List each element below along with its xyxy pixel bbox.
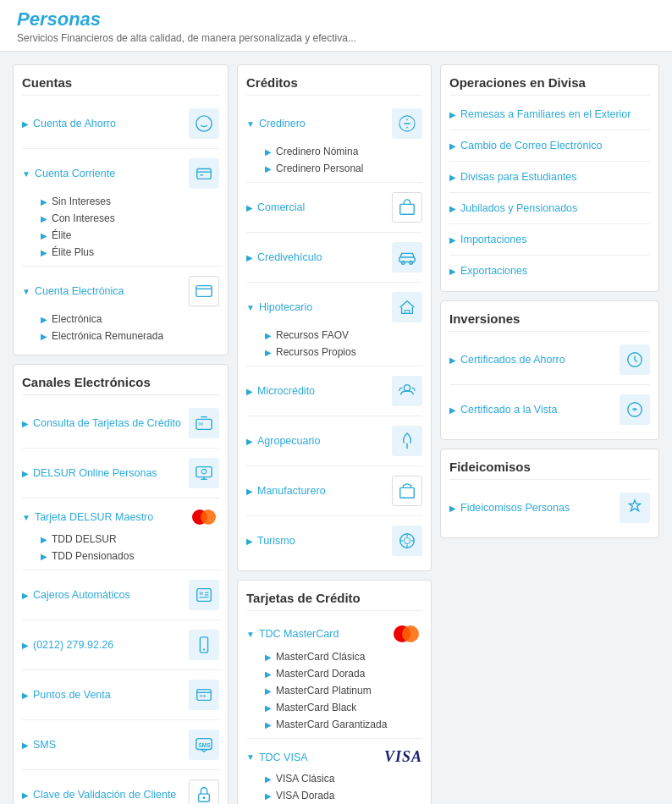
mc-dorada-item[interactable]: ▶ MasterCard Dorada — [265, 665, 422, 682]
tdd-pensionados-label: TDD Pensionados — [52, 550, 219, 562]
elite-item[interactable]: ▶ Élite — [41, 227, 219, 244]
maestro-logo — [189, 508, 219, 526]
divisas-estudiantes-label: Divisas para Estudiantes — [460, 171, 650, 183]
arrow-icon: ▶ — [246, 537, 253, 546]
recursos-propios-item[interactable]: ▶ Recursos Propios — [265, 344, 422, 361]
arrow-icon: ▶ — [22, 641, 29, 650]
tdc-mastercard-item[interactable]: ▼ TDC MasterCard — [246, 620, 422, 648]
mc-clasica-item[interactable]: ▶ MasterCard Clásica — [265, 648, 422, 665]
mc-platinum-item[interactable]: ▶ MasterCard Platinum — [265, 682, 422, 699]
mc-garantizada-label: MasterCard Garantizada — [276, 719, 422, 730]
canales-card: Canales Electrónicos ▶ Consulta de Tarje… — [13, 364, 229, 804]
tarjetas-credito-title: Tarjetas de Crédito — [246, 591, 422, 611]
credinero-personal-item[interactable]: ▶ Credinero Personal — [265, 160, 422, 177]
exportaciones-item[interactable]: ▶ Exportaciones — [449, 261, 650, 281]
credivehiculo-item[interactable]: ▶ Credivehículo — [246, 238, 422, 277]
puntos-venta-label: Puntos de Venta — [33, 689, 189, 701]
turismo-item[interactable]: ▶ Turismo — [246, 521, 422, 560]
tarjeta-maestro-label: Tarjeta DELSUR Maestro — [35, 511, 189, 523]
visa-clasica-label: VISA Clásica — [276, 773, 422, 785]
certificado-vista-item[interactable]: ▶ Certificado a la Vista — [449, 390, 650, 429]
visa-dorada-item[interactable]: ▶ VISA Dorada — [265, 787, 422, 804]
svg-point-36 — [402, 262, 405, 265]
arrow-icon: ▶ — [265, 653, 272, 662]
manufacturero-label: Manufacturero — [257, 485, 392, 497]
hipotecario-item[interactable]: ▼ Hipotecario — [246, 288, 422, 327]
electronica-label: Electrónica — [52, 313, 219, 325]
telefono-item[interactable]: ▶ (0212) 279.92.26 — [22, 625, 219, 664]
tarjeta-maestro-item[interactable]: ▼ Tarjeta DELSUR Maestro — [22, 504, 219, 531]
consulta-tarjetas-item[interactable]: ▶ Consulta de Tarjetas de Crédito — [22, 404, 219, 443]
remesas-item[interactable]: ▶ Remesas a Familiares en el Exterior — [449, 104, 650, 124]
electronica-remunerada-item[interactable]: ▶ Electrónica Remunerada — [41, 328, 219, 344]
consulta-icon — [189, 408, 219, 438]
cuenta-electronica-icon — [189, 276, 219, 306]
importaciones-item[interactable]: ▶ Importaciones — [449, 229, 650, 250]
elite-plus-item[interactable]: ▶ Élite Plus — [41, 244, 219, 261]
mc-garantizada-item[interactable]: ▶ MasterCard Garantizada — [265, 716, 422, 733]
electronica-remunerada-label: Electrónica Remunerada — [52, 330, 219, 342]
visa-clasica-item[interactable]: ▶ VISA Clásica — [265, 770, 422, 787]
arrow-icon: ▶ — [22, 119, 29, 129]
microcredito-item[interactable]: ▶ Microcrédito — [246, 372, 422, 410]
cajeros-item[interactable]: ▶ Cajeros Automáticos — [22, 575, 219, 614]
svg-point-39 — [404, 385, 410, 391]
svg-rect-35 — [399, 257, 415, 262]
arrow-icon: ▶ — [246, 487, 253, 496]
tdc-visa-item[interactable]: ▼ TDC VISA VISA — [246, 744, 422, 770]
electronica-item[interactable]: ▶ Electrónica — [41, 311, 219, 328]
arrow-icon: ▶ — [246, 203, 253, 212]
mc-black-item[interactable]: ▶ MasterCard Black — [265, 699, 422, 716]
svg-rect-16 — [197, 589, 212, 602]
cajeros-icon — [189, 580, 219, 610]
manufacturero-item[interactable]: ▶ Manufacturero — [246, 471, 422, 510]
divisas-estudiantes-item[interactable]: ▶ Divisas para Estudiantes — [449, 167, 650, 187]
jubilados-label: Jubilados y Pensionados — [460, 202, 650, 214]
puntos-venta-item[interactable]: ▶ Puntos de Venta — [22, 675, 219, 714]
cambio-correo-item[interactable]: ▶ Cambio de Correo Electrónico — [449, 135, 650, 156]
jubilados-item[interactable]: ▶ Jubilados y Pensionados — [449, 198, 650, 218]
arrow-icon: ▶ — [265, 720, 272, 730]
clave-validacion-item[interactable]: ▶ Clave de Validación de Cliente — [22, 775, 219, 804]
sin-intereses-item[interactable]: ▶ Sin Intereses — [41, 193, 219, 210]
sms-item[interactable]: ▶ SMS SMS — [22, 725, 219, 764]
cuenta-ahorro-label: Cuenta de Ahorro — [33, 118, 189, 129]
tdc-visa-label: TDC VISA — [259, 752, 384, 763]
agropecuario-item[interactable]: ▶ Agropecuario — [246, 421, 422, 460]
fideicomisos-title: Fideicomisos — [449, 460, 650, 480]
credinero-nomina-label: Credinero Nómina — [276, 146, 422, 157]
tdd-pensionados-item[interactable]: ▶ TDD Pensionados — [41, 548, 219, 564]
con-intereses-item[interactable]: ▶ Con Intereses — [41, 210, 219, 227]
tdd-delsur-label: TDD DELSUR — [52, 533, 219, 545]
tdd-delsur-item[interactable]: ▶ TDD DELSUR — [41, 531, 219, 548]
svg-point-22 — [203, 648, 205, 650]
credivehiculo-label: Credivehículo — [257, 251, 392, 263]
credinero-icon — [392, 108, 422, 139]
cuenta-ahorro-item[interactable]: ▶ Cuenta de Ahorro — [22, 104, 219, 143]
arrow-down-icon: ▼ — [246, 303, 255, 312]
delsur-online-label: DELSUR Online Personas — [33, 467, 189, 479]
certificados-ahorro-item[interactable]: ▶ Certificados de Ahorro — [449, 340, 650, 379]
exportaciones-label: Exportaciones — [460, 265, 650, 277]
inversiones-card: Inversiones ▶ Certificados de Ahorro ▶ C… — [440, 300, 659, 440]
elite-plus-label: Élite Plus — [52, 246, 219, 258]
arrow-down-icon: ▼ — [22, 287, 30, 296]
credinero-item[interactable]: ▼ Credinero — [246, 104, 422, 143]
delsur-online-item[interactable]: ▶ DELSUR Online Personas — [22, 454, 219, 493]
cuenta-electronica-item[interactable]: ▼ Cuenta Electrónica — [22, 272, 219, 311]
consulta-tarjetas-label: Consulta de Tarjetas de Crédito — [33, 417, 189, 429]
cuenta-corriente-submenu: ▶ Sin Intereses ▶ Con Intereses ▶ Élite … — [22, 193, 219, 261]
inversiones-title: Inversiones — [449, 311, 650, 332]
arrow-icon: ▶ — [41, 332, 47, 341]
arrow-icon: ▶ — [22, 790, 29, 800]
comercial-item[interactable]: ▶ Comercial — [246, 188, 422, 227]
recursos-faov-item[interactable]: ▶ Recursos FAOV — [265, 327, 422, 344]
credinero-personal-label: Credinero Personal — [276, 162, 422, 174]
svg-point-52 — [633, 408, 636, 411]
elite-label: Élite — [52, 229, 219, 241]
fideicomisos-personas-item[interactable]: ▶ Fideicomisos Personas — [449, 488, 650, 527]
cuenta-corriente-item[interactable]: ▼ Cuenta Corriente — [22, 154, 219, 193]
sms-label: SMS — [33, 739, 189, 751]
comercial-label: Comercial — [257, 201, 392, 213]
credinero-nomina-item[interactable]: ▶ Credinero Nómina — [265, 143, 422, 160]
